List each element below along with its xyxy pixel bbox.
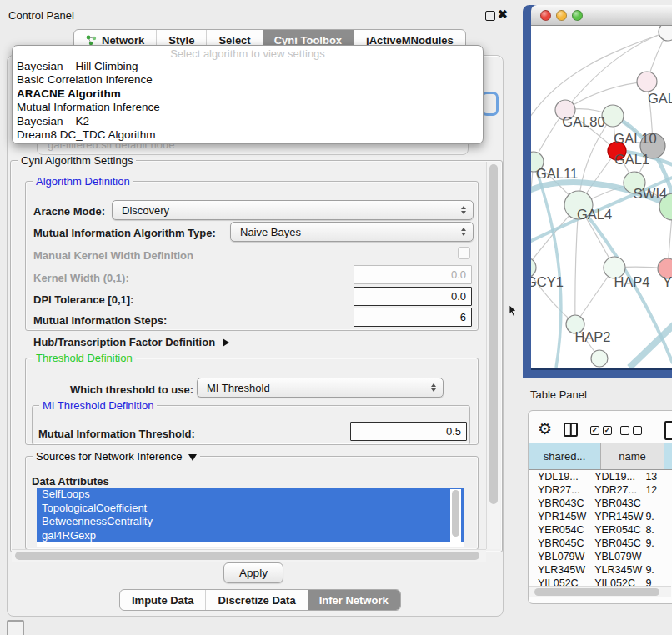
node-gal10[interactable]	[602, 105, 624, 127]
table-row[interactable]: YBR043CYBR043C	[529, 497, 672, 510]
which-threshold-combo[interactable]: MI Threshold	[197, 378, 444, 398]
table-row[interactable]: YDR27...YDR27...12	[529, 483, 672, 497]
table-cell: YPR145W	[590, 511, 644, 522]
settings-hscrollbar-thumb[interactable]	[15, 552, 479, 560]
algorithm-option[interactable]: Mutual Information Inference	[13, 101, 483, 114]
algorithm-definition-title: Algorithm Definition	[33, 175, 133, 188]
mi-algorithm-type-label: Mutual Information Algorithm Type:	[33, 227, 216, 239]
mi-steps-field[interactable]	[354, 308, 472, 327]
column-header-a[interactable]: A	[664, 443, 672, 469]
gear-icon[interactable]: ⚙	[538, 420, 552, 438]
bottom-tab-discretize-data[interactable]: Discretize Data	[205, 590, 307, 610]
hap2-label: HAP2	[574, 329, 610, 344]
table-cell: YLR345W	[529, 564, 590, 576]
stepper-icon	[461, 228, 466, 236]
algorithm-option[interactable]: Bayesian – K2	[13, 115, 483, 128]
attribute-item[interactable]: TopologicalCoefficient	[37, 502, 464, 516]
dpi-tolerance-label: DPI Tolerance [0,1]:	[33, 293, 133, 306]
node-bottom-partial[interactable]	[591, 350, 608, 367]
table-row[interactable]: YBR045CYBR045C9.	[529, 537, 672, 550]
settings-scrollbar-thumb[interactable]	[489, 164, 498, 504]
node-top-partial[interactable]	[659, 26, 672, 41]
minimize-light-icon[interactable]	[556, 10, 567, 21]
gal1-label: GAL1	[614, 152, 649, 167]
which-threshold-value: MI Threshold	[207, 382, 270, 394]
table-header-row: shared...nameA	[529, 443, 672, 470]
close-light-icon[interactable]	[540, 10, 551, 21]
sources-title-text: Sources for Network Inference	[36, 450, 183, 462]
sources-title[interactable]: Sources for Network Inference	[33, 450, 200, 462]
column-header-shared[interactable]: shared...	[529, 443, 601, 469]
bottom-tab-infer-network[interactable]: Infer Network	[308, 590, 400, 610]
attributes-scrollbar[interactable]	[450, 489, 461, 546]
hub-section-toggle[interactable]: Hub/Transcription Factor Definition	[33, 334, 229, 349]
table-cell: 12	[644, 484, 672, 496]
mi-steps-label: Mutual Information Steps:	[33, 314, 167, 327]
table-row[interactable]: YIL052CYIL052C9	[529, 577, 672, 586]
table-cell: YBR045C	[529, 538, 590, 549]
attribute-item[interactable]: SelfLoops	[37, 488, 464, 502]
threshold-definition-title: Threshold Definition	[33, 352, 136, 364]
checked-box-icon: ✓	[590, 426, 599, 435]
gcy1-label: GCY1	[531, 274, 564, 289]
network-edge	[575, 205, 579, 324]
settings-horizontal-scrollbar[interactable]	[12, 549, 486, 562]
algorithm-option[interactable]: Bayesian – Hill Climbing	[13, 60, 483, 73]
gal10-label: GAL10	[614, 131, 656, 146]
select-all-icon[interactable]: ✓✓	[590, 426, 612, 435]
swi4-label: SWI4	[634, 186, 667, 201]
network-view[interactable]: GAL7GAL80GAL10GAL1GAL11SWI4GAL4GCY1HAP4Y…	[531, 26, 672, 368]
unchecked-box-icon	[620, 426, 629, 435]
table-row[interactable]: YBL079WYBL079W	[529, 550, 672, 563]
page-icon[interactable]	[664, 421, 672, 440]
attribute-item[interactable]: gal4RGexp	[37, 529, 464, 543]
table-cell: 9.	[644, 538, 672, 549]
control-panel-title: Control Panel	[8, 9, 74, 22]
mi-algorithm-type-combo[interactable]: Naive Bayes	[230, 222, 474, 242]
table-hscrollbar-thumb[interactable]	[534, 588, 659, 596]
mi-threshold-field[interactable]	[350, 422, 467, 441]
node-pink-top[interactable]	[637, 72, 657, 92]
which-threshold-label: Which threshold to use:	[70, 383, 193, 396]
table-row[interactable]: YDL19...YDL19...13	[529, 470, 672, 483]
algorithm-dropdown-list: Bayesian – Hill ClimbingBasic Correlatio…	[13, 60, 483, 142]
table-horizontal-scrollbar[interactable]	[529, 586, 671, 598]
settings-vertical-scrollbar[interactable]	[486, 162, 500, 549]
attribute-item[interactable]: BetweennessCentrality	[37, 515, 464, 529]
network-graph: GAL7GAL80GAL10GAL1GAL11SWI4GAL4GCY1HAP4Y…	[531, 26, 672, 368]
float-window-icon[interactable]	[485, 11, 495, 21]
table-cell: YPR145W	[529, 511, 590, 522]
panel-grip-icon[interactable]	[7, 620, 24, 635]
table-cell: YDL19...	[529, 471, 590, 482]
checked-box-icon: ✓	[603, 426, 612, 435]
split-column-icon[interactable]	[564, 422, 578, 437]
mi-algorithm-type-value: Naive Bayes	[240, 226, 301, 238]
gal7-label: GAL7	[648, 91, 672, 106]
kernel-width-field[interactable]	[354, 265, 472, 284]
table-cell: 9	[644, 578, 672, 586]
attributes-scrollbar-thumb[interactable]	[452, 490, 459, 537]
table-row[interactable]: YER054CYER054C8.	[529, 523, 672, 537]
aracne-mode-combo[interactable]: Discovery	[112, 200, 474, 220]
mouse-cursor	[509, 305, 519, 317]
table-row[interactable]: YPR145WYPR145W9.	[529, 510, 672, 523]
aracne-mode-label: Aracne Mode:	[33, 205, 105, 218]
bottom-tab-impute-data[interactable]: Impute Data	[120, 590, 205, 610]
algorithm-option[interactable]: ARACNE Algorithm	[13, 88, 483, 101]
manual-kernel-checkbox[interactable]	[458, 247, 470, 259]
manual-kernel-label: Manual Kernel Width Definition	[33, 249, 193, 262]
unchecked-box-icon	[633, 426, 642, 435]
algorithm-option[interactable]: Basic Correlation Inference	[13, 73, 483, 87]
column-header-name[interactable]: name	[601, 443, 664, 469]
network-window-titlebar[interactable]	[531, 5, 672, 26]
tab-label: Infer Network	[319, 594, 389, 607]
gal11-label: GAL11	[536, 166, 578, 181]
dpi-tolerance-field[interactable]	[354, 287, 472, 306]
table-row[interactable]: YLR345WYLR345W9.	[529, 563, 672, 577]
collapsed-arrow-icon	[223, 338, 229, 347]
algorithm-option[interactable]: Dream8 DC_TDC Algorithm	[13, 128, 483, 142]
apply-button[interactable]: Apply	[223, 562, 283, 583]
close-icon[interactable]: ✖	[498, 8, 508, 21]
zoom-light-icon[interactable]	[572, 10, 583, 21]
deselect-all-icon[interactable]	[620, 426, 642, 435]
